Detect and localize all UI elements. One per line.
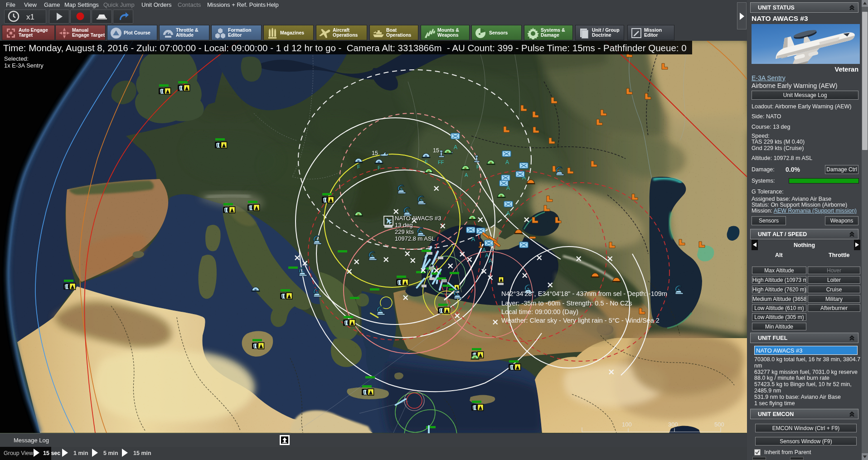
svg-text:F: F xyxy=(357,164,360,169)
svg-text:N42°34'28", E34°04'18" - 437nm: N42°34'28", E34°04'18" - 437nm from sel … xyxy=(501,290,667,297)
svg-text:A: A xyxy=(506,210,510,217)
svg-text:A: A xyxy=(485,252,489,259)
svg-text:F: F xyxy=(476,164,480,169)
svg-text:15: 15 xyxy=(433,147,439,154)
svg-text:10972.8 m ASL: 10972.8 m ASL xyxy=(395,235,435,242)
svg-text:FF: FF xyxy=(438,160,444,165)
svg-text:A: A xyxy=(454,144,457,150)
svg-text:F: F xyxy=(425,159,428,165)
svg-text:A: A xyxy=(489,258,492,264)
svg-text:F: F xyxy=(378,165,381,170)
svg-text:Local time: 09:00:00 (Day): Local time: 09:00:00 (Day) xyxy=(501,308,578,315)
svg-text:229 kts: 229 kts xyxy=(395,228,414,235)
svg-text:A: A xyxy=(505,159,509,165)
svg-text:NATO AWACS #3: NATO AWACS #3 xyxy=(395,215,441,222)
svg-text:x1: x1 xyxy=(26,13,34,21)
svg-text:300: 300 xyxy=(668,421,678,428)
svg-text:A: A xyxy=(471,236,475,242)
svg-text:500: 500 xyxy=(714,421,724,428)
svg-text:13 deg: 13 deg xyxy=(395,222,413,228)
svg-text:100: 100 xyxy=(622,421,632,428)
svg-text:Layer: -35m to -60m - Strength: Layer: -35m to -60m - Strength: 0.5 - No… xyxy=(501,300,632,307)
svg-text:15: 15 xyxy=(372,150,378,156)
svg-text:A: A xyxy=(465,172,468,178)
svg-text:Weather: Clear sky - Very ligh: Weather: Clear sky - Very light rain - 5… xyxy=(501,317,659,324)
